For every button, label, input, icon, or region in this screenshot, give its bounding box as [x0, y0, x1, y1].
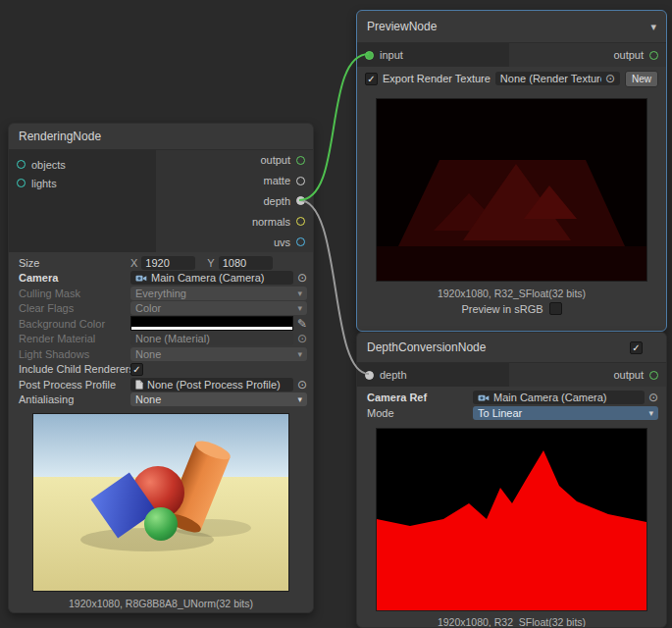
port-uvs-label: uvs [274, 236, 290, 248]
mode-value: To Linear [478, 407, 648, 419]
preview-caption: 1920x1080, R32_SFloat(32 bits) [357, 288, 666, 299]
port-depth-input[interactable]: depth [357, 363, 509, 387]
port-matte-dot[interactable] [296, 177, 305, 185]
port-normals[interactable]: normals [156, 216, 313, 228]
mode-row: Mode To Linear ▾ [357, 405, 666, 421]
size-y-input[interactable]: 1080 [219, 256, 273, 270]
render-material-value: None (Material) [135, 333, 288, 344]
background-color-swatch [130, 316, 293, 331]
culling-mask-value: Everything [135, 288, 297, 299]
export-render-texture-checkbox[interactable]: ✓ [365, 73, 378, 85]
port-normals-dot[interactable] [296, 217, 305, 226]
srgb-row: Preview in sRGB [357, 302, 666, 315]
render-texture-picker-icon[interactable]: ⊙ [605, 73, 615, 84]
node-enabled-checkbox[interactable]: ✓ [630, 341, 643, 354]
depth-preview-image [376, 98, 647, 282]
clear-flags-label: Clear Flags [9, 302, 130, 314]
post-process-profile-picker-icon[interactable]: ⊙ [297, 379, 307, 391]
background-color-row: Background Color ✎ [9, 316, 313, 332]
preview-node-header[interactable]: PreviewNode ▾ [357, 11, 666, 43]
port-lights[interactable]: lights [9, 174, 156, 192]
port-uvs-dot[interactable] [296, 237, 305, 246]
clear-flags-row: Clear Flags Color ▾ [9, 301, 313, 317]
render-material-picker-icon: ⊙ [297, 333, 307, 344]
culling-mask-label: Culling Mask [9, 288, 130, 299]
dropdown-arrow-icon: ▾ [297, 349, 302, 359]
post-process-profile-row: Post Process Profile None (Post Process … [9, 377, 313, 392]
collapse-chevron-icon[interactable]: ▾ [650, 21, 656, 33]
camera-ref-picker-icon[interactable]: ⊙ [648, 392, 658, 403]
graph-canvas[interactable]: RenderingNode objects lights output [0, 0, 672, 628]
camera-ref-value: Main Camera (Camera) [493, 392, 640, 403]
port-matte-label: matte [263, 175, 290, 186]
port-output[interactable]: output [156, 154, 313, 166]
include-child-renderers-row: Include Child Renderers ✓ [9, 362, 313, 378]
port-output-dot[interactable] [296, 156, 305, 165]
antialiasing-row: Antialiasing None ▾ [9, 392, 313, 408]
light-shadows-row: Light Shadows None ▾ [9, 346, 313, 362]
culling-mask-row: Culling Mask Everything ▾ [9, 286, 313, 301]
background-color-label: Background Color [9, 318, 130, 330]
size-x-input[interactable]: 1920 [141, 256, 195, 270]
rendering-preview-image [32, 413, 289, 592]
rendering-node[interactable]: RenderingNode objects lights output [8, 123, 314, 613]
port-matte[interactable]: matte [156, 175, 313, 186]
camera-object-picker-icon[interactable]: ⊙ [297, 272, 307, 284]
dropdown-arrow-icon: ▾ [648, 408, 653, 418]
document-icon [135, 380, 143, 390]
depth-conversion-node-header[interactable]: DepthConversionNode ✓ [357, 333, 666, 363]
port-depth-input-dot[interactable] [365, 371, 374, 380]
port-objects-dot[interactable] [17, 160, 26, 169]
port-input[interactable]: input [357, 43, 509, 67]
mode-label: Mode [357, 407, 473, 419]
rendering-preview-caption: 1920x1080, R8G8B8A8_UNorm(32 bits) [9, 598, 313, 609]
port-preview-output-label: output [613, 49, 644, 61]
port-depthconv-output[interactable]: output [509, 363, 666, 387]
antialiasing-dropdown[interactable]: None ▾ [130, 392, 307, 406]
port-input-label: input [380, 49, 403, 61]
srgb-checkbox[interactable] [549, 302, 562, 315]
port-depth-label: depth [263, 195, 290, 207]
port-depthconv-output-label: output [613, 369, 644, 381]
camera-ref-object-field[interactable]: Main Camera (Camera) [473, 391, 645, 404]
size-y-axis-label: Y [207, 257, 214, 269]
port-objects-label: objects [31, 159, 66, 171]
camera-object-field[interactable]: Main Camera (Camera) [130, 271, 293, 285]
camera-icon [135, 274, 147, 283]
preview-node[interactable]: PreviewNode ▾ input output ✓ Export Rend… [356, 10, 667, 332]
clear-flags-value: Color [135, 302, 297, 314]
port-lights-dot[interactable] [17, 179, 26, 187]
new-button[interactable]: New [625, 71, 658, 87]
camera-value: Main Camera (Camera) [151, 272, 288, 284]
port-input-dot[interactable] [365, 51, 374, 60]
rendering-node-title: RenderingNode [19, 130, 303, 143]
light-shadows-dropdown: None ▾ [130, 347, 307, 361]
port-preview-output-dot[interactable] [649, 51, 658, 60]
clear-flags-dropdown: Color ▾ [130, 301, 307, 315]
depth-conversion-node[interactable]: DepthConversionNode ✓ depth output Camer… [356, 332, 667, 628]
depthconv-preview-caption: 1920x1080, R32_SFloat(32 bits) [357, 616, 666, 628]
port-preview-output[interactable]: output [509, 43, 666, 67]
antialiasing-value: None [135, 393, 297, 405]
render-material-label: Render Material [9, 333, 130, 344]
port-depth[interactable]: depth [156, 195, 313, 207]
include-child-renderers-checkbox[interactable]: ✓ [130, 363, 143, 376]
linear-depth-preview-image [376, 428, 647, 611]
light-shadows-value: None [135, 348, 297, 360]
preview-node-title: PreviewNode [367, 20, 650, 33]
port-uvs[interactable]: uvs [156, 236, 313, 248]
port-normals-label: normals [252, 216, 290, 228]
port-objects[interactable]: objects [9, 155, 156, 174]
post-process-profile-object-field[interactable]: None (Post Process Profile) [130, 378, 293, 392]
render-material-row: Render Material None (Material) ⊙ [9, 332, 313, 347]
size-x-axis-label: X [130, 257, 137, 269]
port-depth-dot[interactable] [296, 196, 305, 205]
export-render-texture-label: Export Render Texture [383, 73, 491, 84]
port-depthconv-output-dot[interactable] [649, 371, 658, 380]
render-texture-object-field[interactable]: None (Render Texture) ⊙ [495, 72, 620, 85]
port-output-label: output [260, 154, 290, 166]
port-lights-label: lights [31, 178, 57, 189]
rendering-node-header[interactable]: RenderingNode [9, 124, 313, 150]
antialiasing-label: Antialiasing [9, 393, 130, 405]
mode-dropdown[interactable]: To Linear ▾ [473, 406, 658, 420]
